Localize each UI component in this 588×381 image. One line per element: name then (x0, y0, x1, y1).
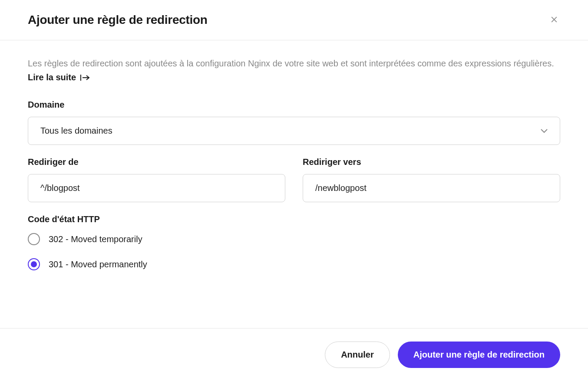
status-code-label: Code d'état HTTP (28, 214, 560, 224)
radio-option-301[interactable]: 301 - Moved permanently (28, 258, 560, 270)
radio-dot (31, 261, 37, 267)
close-icon (550, 15, 558, 25)
description-text: Les règles de redirection sont ajoutées … (28, 56, 560, 71)
redirect-from-group: Rediriger de (28, 157, 285, 202)
redirect-to-label: Rediriger vers (303, 157, 560, 167)
cancel-button[interactable]: Annuler (325, 342, 390, 368)
submit-button[interactable]: Ajouter une règle de redirection (398, 342, 560, 368)
modal-footer: Annuler Ajouter une règle de redirection (0, 328, 588, 381)
redirect-from-label: Rediriger de (28, 157, 285, 167)
domain-select-wrapper: Tous les domaines (28, 117, 560, 145)
redirect-from-input[interactable] (28, 174, 285, 202)
domain-field-group: Domaine Tous les domaines (28, 100, 560, 145)
radio-label-302: 302 - Moved temporarily (49, 234, 142, 244)
radio-option-302[interactable]: 302 - Moved temporarily (28, 233, 560, 245)
radio-label-301: 301 - Moved permanently (49, 259, 147, 269)
redirect-row: Rediriger de Rediriger vers (28, 157, 560, 214)
radio-circle (28, 233, 40, 245)
radio-circle (28, 258, 40, 270)
read-more-link[interactable]: Lire la suite (28, 72, 90, 82)
redirect-to-input[interactable] (303, 174, 560, 202)
status-code-group: Code d'état HTTP 302 - Moved temporarily… (28, 214, 560, 270)
modal-body: Les règles de redirection sont ajoutées … (0, 40, 588, 296)
external-link-icon (80, 74, 90, 82)
radio-group: 302 - Moved temporarily 301 - Moved perm… (28, 233, 560, 270)
read-more-label: Lire la suite (28, 72, 76, 82)
domain-select[interactable]: Tous les domaines (28, 117, 560, 145)
modal-title: Ajouter une règle de redirection (28, 13, 208, 27)
modal-header: Ajouter une règle de redirection (0, 0, 588, 40)
domain-label: Domaine (28, 100, 560, 110)
close-button[interactable] (548, 13, 560, 27)
redirect-to-group: Rediriger vers (303, 157, 560, 202)
